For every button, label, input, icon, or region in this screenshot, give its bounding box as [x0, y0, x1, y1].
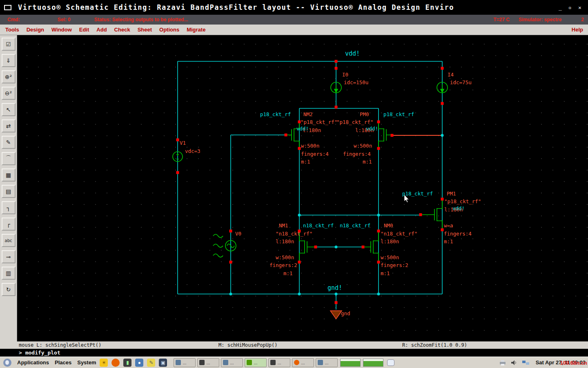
workspace-switcher-icon[interactable] — [387, 359, 394, 366]
net-label-vdd[interactable]: vdd! — [345, 51, 360, 57]
label-nm1-w[interactable]: w:500n — [276, 255, 294, 260]
label-nm1-name[interactable]: NM1 — [279, 223, 288, 229]
label-v1-vdc[interactable]: vdc=3 — [185, 149, 200, 154]
menu-design[interactable]: Design — [23, 27, 48, 33]
label-pm1-m[interactable]: m:1 — [444, 239, 453, 245]
taskbar-window-button[interactable]: ... — [197, 358, 219, 367]
system-monitor-applet[interactable] — [340, 359, 361, 367]
label-nm1-m[interactable]: m:1 — [283, 271, 293, 276]
taskbar-window-button[interactable]: ... — [174, 358, 196, 367]
menu-add[interactable]: Add — [93, 27, 110, 33]
system-monitor-applet[interactable] — [363, 359, 383, 367]
menu-places[interactable]: Places — [55, 359, 71, 366]
label-nm2-master[interactable]: p18_ckt_rf — [260, 112, 291, 117]
label-nm1-l[interactable]: l:180n — [276, 239, 294, 245]
label-nm0-fingers[interactable]: fingers:2 — [381, 263, 408, 268]
instance-tool-icon[interactable]: ▦ — [2, 168, 16, 182]
net-wires[interactable] — [178, 61, 442, 310]
notes-icon[interactable]: ✎ — [147, 359, 155, 367]
screenshot-icon[interactable]: ▣ — [159, 359, 167, 367]
wire-corner-icon[interactable]: ┐ — [2, 201, 16, 214]
label-pm1-fingers[interactable]: fingers:4 — [444, 231, 472, 237]
label-pm0-fingers[interactable]: fingers:4 — [343, 152, 371, 157]
label-pm1-name[interactable]: PM1 — [447, 191, 456, 197]
label-pm0-name[interactable]: PM0 — [360, 112, 369, 117]
menu-migrate[interactable]: Migrate — [183, 27, 209, 33]
descend-tool-icon[interactable]: ⇓ — [2, 54, 16, 67]
label-nm0-w[interactable]: w:500n — [381, 255, 399, 260]
label-pm1-master[interactable]: p18_ckt_rf — [402, 191, 433, 197]
label-nm1-master[interactable]: n18_ckt_rf — [303, 223, 334, 229]
label-nm2-bulk-net[interactable]: vdd! — [296, 126, 309, 132]
zoom-out-icon[interactable]: ⊖² — [2, 87, 16, 100]
taskbar-window-button[interactable]: ... — [221, 358, 243, 367]
menu-window[interactable]: Window — [48, 27, 76, 33]
label-pm1-bulk-net[interactable]: vdd! — [452, 206, 465, 211]
arc-tool-icon[interactable]: ⌒ — [2, 152, 16, 165]
label-v0-name[interactable]: V0 — [235, 231, 241, 237]
label-pm0-model[interactable]: "p18_ckt_rf" — [336, 120, 373, 125]
search-icon[interactable]: ● — [135, 359, 143, 367]
maximize-button[interactable]: ▫ — [565, 3, 575, 11]
label-nm2-w[interactable]: w:500n — [301, 144, 319, 149]
label-pm1-w[interactable]: w=a — [444, 223, 453, 229]
label-nm2-fingers[interactable]: fingers:4 — [301, 152, 329, 157]
label-nm2-model[interactable]: "p18_ckt_rf" — [301, 120, 337, 125]
label-nm0-model[interactable]: "n18_ckt_rf" — [381, 231, 417, 237]
taskbar-window-button-active[interactable]: ... — [245, 358, 267, 367]
sheet-tool-icon[interactable]: ▥ — [2, 267, 16, 280]
close-button[interactable]: × — [575, 3, 585, 11]
label-tool-icon[interactable]: abc — [2, 234, 16, 247]
pin-tool-icon[interactable]: ⊸ — [2, 250, 16, 263]
volume-icon[interactable] — [510, 359, 518, 366]
menu-system[interactable]: System — [77, 359, 96, 366]
label-nm1-model[interactable]: "n18_ckt_rf" — [276, 231, 312, 237]
label-pm1-model[interactable]: "p18_ckt_rf" — [444, 199, 481, 204]
zoom-in-icon[interactable]: ⊕² — [2, 70, 16, 83]
label-pm0-m[interactable]: m:1 — [363, 159, 372, 165]
label-v1-name[interactable]: V1 — [180, 141, 186, 146]
prompt-bar[interactable]: > modify_plot — [0, 349, 588, 357]
label-nm0-m[interactable]: m:1 — [381, 271, 390, 276]
minimize-button[interactable]: _ — [555, 3, 565, 11]
label-i0-idc[interactable]: idc=150u — [344, 80, 368, 85]
label-i0-name[interactable]: I0 — [342, 72, 348, 78]
printer-icon[interactable] — [499, 359, 506, 366]
terminal-icon[interactable]: ▮ — [123, 359, 131, 367]
label-nm2-m[interactable]: m:1 — [301, 159, 310, 165]
label-i4-name[interactable]: I4 — [448, 72, 454, 78]
label-pm0-w[interactable]: w:500n — [354, 144, 372, 149]
menu-tools[interactable]: Tools — [2, 27, 23, 33]
label-nm2-name[interactable]: NM2 — [303, 112, 313, 117]
wire-draw-icon[interactable]: ✎ — [2, 136, 16, 149]
label-i4-idc[interactable]: idc=75u — [450, 80, 472, 85]
label-nm0-name[interactable]: NM0 — [384, 223, 393, 229]
network-icon[interactable] — [522, 359, 530, 366]
select-tool-icon[interactable]: ☑ — [2, 38, 16, 51]
weather-icon[interactable]: ☀ — [100, 359, 108, 367]
schematic-drawing[interactable] — [17, 35, 588, 341]
label-pm0-bulk-net[interactable]: vdd! — [366, 126, 378, 132]
taskbar-window-button[interactable]: ... — [292, 358, 314, 367]
menu-sheet[interactable]: Sheet — [134, 27, 156, 33]
wire-thin-icon[interactable]: ┌ — [2, 218, 16, 231]
gnd-symbol[interactable] — [330, 311, 342, 319]
redraw-tool-icon[interactable]: ↻ — [2, 283, 16, 296]
menu-options[interactable]: Options — [156, 27, 183, 33]
taskbar-window-button[interactable]: ... — [316, 358, 338, 367]
menu-check[interactable]: Check — [111, 27, 134, 33]
label-nm0-master[interactable]: n18_ckt_rf — [340, 223, 370, 229]
print-tool-icon[interactable]: ▤ — [2, 185, 16, 198]
pan-tool-icon[interactable]: ↖ — [2, 103, 16, 116]
label-pm0-master[interactable]: p18_ckt_rf — [383, 112, 414, 117]
net-label-gnd[interactable]: gnd! — [327, 285, 342, 291]
pin-label-gnd[interactable]: gnd — [341, 311, 350, 316]
menu-applications[interactable]: Applications — [17, 359, 49, 366]
menu-help[interactable]: Help — [572, 27, 583, 33]
label-nm1-fingers[interactable]: fingers:2 — [270, 263, 297, 268]
firefox-icon[interactable] — [111, 359, 120, 367]
taskbar-window-button[interactable]: ... — [268, 358, 290, 367]
label-nm0-l[interactable]: l:180n — [381, 239, 399, 245]
menu-edit[interactable]: Edit — [76, 27, 93, 33]
copy-tool-icon[interactable]: ⇄ — [2, 119, 16, 132]
